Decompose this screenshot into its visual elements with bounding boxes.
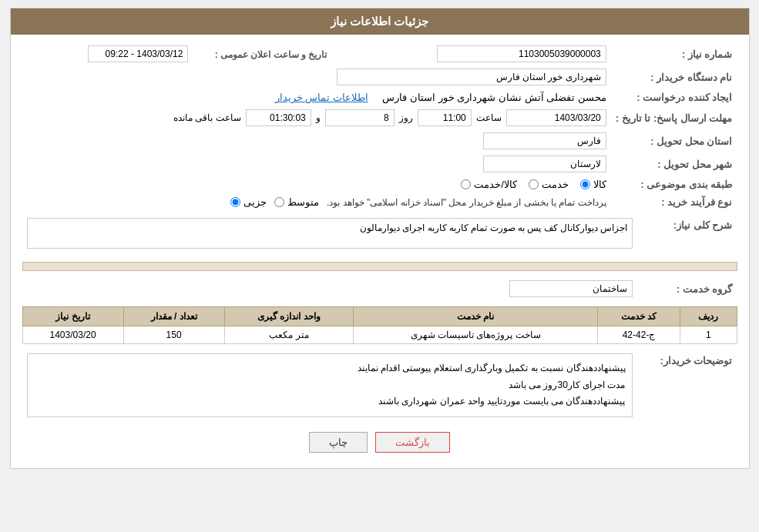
table-cell-unit: متر مکعب <box>224 326 354 344</box>
radio-kala[interactable]: کالا <box>580 179 606 190</box>
requester-label: ایجاد کننده درخواست : <box>611 89 737 106</box>
col-quantity: تعداد / مقدار <box>123 307 224 326</box>
col-row-num: ردیف <box>680 307 737 326</box>
radio-kala-khedmat-input[interactable] <box>461 179 471 189</box>
content-area: شماره نیاز : تاریخ و ساعت اعلان عمومی : … <box>11 35 749 468</box>
jozvi-label: جزیی <box>243 196 267 208</box>
radio-jozvi-input[interactable] <box>230 197 240 207</box>
need-desc-table: شرح کلی نیاز: اجزاس دیوارکانال کف پس به … <box>22 215 737 254</box>
radio-kala-input[interactable] <box>580 179 590 189</box>
radio-khedmat-input[interactable] <box>529 179 539 189</box>
radio-motavaset-input[interactable] <box>274 197 284 207</box>
table-cell-name: ساخت پروژه‌های تاسیسات شهری <box>354 326 597 344</box>
contact-link[interactable]: اطلاعات تماس خریدار <box>275 92 368 103</box>
col-service-code: کد خدمت <box>597 307 680 326</box>
time-label-static: ساعت <box>476 112 502 123</box>
radio-khedmat[interactable]: خدمت <box>529 179 569 190</box>
khedmat-label: خدمت <box>542 179 569 190</box>
service-group-input <box>509 280 633 297</box>
table-cell-row: 1 <box>680 326 737 344</box>
print-button[interactable]: چاپ <box>309 432 368 453</box>
radio-motavaset[interactable]: متوسط <box>274 196 319 208</box>
city-label: شهر محل تحویل : <box>611 152 737 176</box>
deadline-days-input <box>325 109 395 126</box>
back-button[interactable]: بازگشت <box>375 432 450 453</box>
radio-jozvi[interactable]: جزیی <box>230 196 267 208</box>
process-note-text: پرداخت تمام یا بخشی از مبلغ خریدار محل "… <box>327 197 606 208</box>
need-number-input <box>437 45 606 62</box>
col-need-date: تاریخ نیاز <box>22 307 123 326</box>
radio-kala-khedmat[interactable]: کالا/خدمت <box>461 179 517 190</box>
deadline-time-input <box>418 109 472 126</box>
city-input <box>483 156 606 172</box>
buyer-notes-label: توضیحات خریدار: <box>637 350 737 420</box>
kala-label: کالا <box>593 179 606 190</box>
category-label: طبقه بندی موضوعی : <box>611 176 737 193</box>
need-number-label: شماره نیاز : <box>611 42 737 65</box>
buyer-notes-content: پیشنهاددهندگان نسبت به تکمیل وبارگذاری ا… <box>27 353 633 417</box>
requester-name: محسن تفضلی آتش نشان شهرداری خور استان فا… <box>382 92 606 103</box>
announce-date-label: تاریخ و ساعت اعلان عمومی : <box>215 49 327 60</box>
announce-date-input <box>88 45 188 62</box>
remaining-time-input <box>246 109 311 126</box>
province-input <box>483 132 606 149</box>
kala-khedmat-label: کالا/خدمت <box>474 179 517 190</box>
and-label: و <box>316 112 321 123</box>
page-container: جزئیات اطلاعات نیاز شماره نیاز : تاریخ و… <box>10 8 750 469</box>
days-label: روز <box>399 112 413 123</box>
page-header: جزئیات اطلاعات نیاز <box>11 8 749 35</box>
remaining-suffix: ساعت باقی مانده <box>173 112 241 123</box>
col-unit: واحد اندازه گیری <box>224 307 354 326</box>
table-cell-code: ج-42-42 <box>597 326 680 344</box>
page-title: جزئیات اطلاعات نیاز <box>331 15 428 28</box>
table-cell-date: 1403/03/20 <box>22 326 123 344</box>
need-description-textarea[interactable]: اجزاس دیوارکانال کف پس به صورت تمام کارب… <box>27 218 633 249</box>
need-desc-label: شرح کلی نیاز: <box>637 215 737 254</box>
button-row: بازگشت چاپ <box>22 432 737 453</box>
buyer-notes-table: توضیحات خریدار: پیشنهاددهندگان نسبت به ت… <box>22 350 737 420</box>
process-label: نوع فرآیند خرید : <box>611 193 737 211</box>
col-service-name: نام خدمت <box>354 307 597 326</box>
service-group-table: گروه خدمت : <box>22 277 737 300</box>
services-data-table: ردیف کد خدمت نام خدمت واحد اندازه گیری ت… <box>22 306 737 344</box>
basic-info-table: شماره نیاز : تاریخ و ساعت اعلان عمومی : … <box>22 42 737 211</box>
deadline-label: مهلت ارسال پاسخ: تا تاریخ : <box>611 106 737 129</box>
table-row: 1ج-42-42ساخت پروژه‌های تاسیسات شهریمتر م… <box>22 326 737 344</box>
service-group-label: گروه خدمت : <box>637 277 737 300</box>
deadline-date-input <box>506 109 606 126</box>
motavaset-label: متوسط <box>287 196 319 208</box>
province-label: استان محل تحویل : <box>611 129 737 152</box>
buyer-org-label: نام دستگاه خریدار : <box>611 65 737 89</box>
services-section-title <box>22 262 737 271</box>
buyer-org-input <box>337 69 606 85</box>
table-cell-quantity: 150 <box>123 326 224 344</box>
